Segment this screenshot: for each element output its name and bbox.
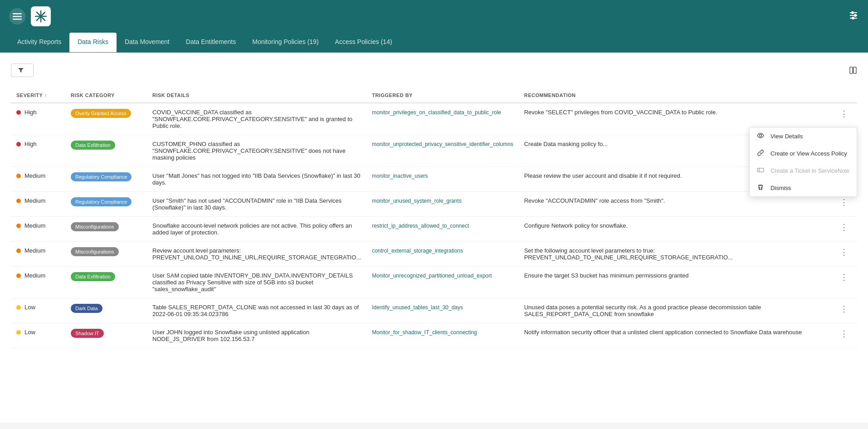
- col-header-actions: [831, 88, 857, 103]
- nav-item-data-entitlements[interactable]: Data Entitlements: [178, 33, 244, 52]
- action-menu-button[interactable]: ⋮: [836, 221, 852, 234]
- dropdown-item-create-ticket: Create a Ticket in ServiceNow: [750, 162, 857, 179]
- risk-category-cell: Misconfigurations: [65, 217, 147, 242]
- risk-category-badge: Overly Granted Access: [71, 109, 131, 118]
- add-filter-button[interactable]: [11, 63, 34, 77]
- action-menu-button[interactable]: ⋮: [836, 302, 852, 315]
- severity-dot: [16, 249, 21, 253]
- triggered-by-link[interactable]: monitor_unprotected_privacy_sensitive_id…: [372, 141, 513, 147]
- action-menu-button[interactable]: ⋮: [836, 327, 852, 340]
- app-header: [0, 0, 868, 33]
- table-row: LowShadow ITUser JOHN logged into Snowfl…: [11, 323, 857, 348]
- svg-point-3: [39, 15, 42, 18]
- table-row: MediumMisconfigurationsSnowflake account…: [11, 217, 857, 242]
- severity-cell: Medium: [11, 192, 65, 217]
- triggered-by-link[interactable]: Identify_unused_tables_last_30_days: [372, 304, 463, 311]
- triggered-by-link[interactable]: monitor_privileges_on_classified_data_to…: [372, 109, 501, 116]
- risk-category-cell: Misconfigurations: [65, 242, 147, 267]
- triggered-by-cell: Monitor_unrecognized_partitioned_unload_…: [366, 267, 519, 298]
- risk-category-cell: Dark Data: [65, 298, 147, 323]
- svg-rect-1: [13, 16, 22, 17]
- dropdown-item-label: Create or View Access Policy: [770, 150, 847, 157]
- risk-category-badge: Misconfigurations: [71, 247, 119, 256]
- table-row: HighData ExfiltrationCUSTOMER_PHNO class…: [11, 135, 857, 167]
- actions-cell: ⋮: [831, 323, 857, 348]
- col-header-triggered_by: TRIGGERED BY: [366, 88, 519, 103]
- actions-cell: ⋮: [831, 267, 857, 298]
- dropdown-item-label: Create a Ticket in ServiceNow: [770, 167, 849, 174]
- table-row: MediumRegulatory ComplianceUser "Smith" …: [11, 192, 857, 217]
- table-row: LowDark DataTable SALES_REPORT_DATA_CLON…: [11, 298, 857, 323]
- svg-point-11: [854, 15, 856, 16]
- settings-icon[interactable]: [848, 10, 859, 23]
- severity-cell: Medium: [11, 242, 65, 267]
- triggered-by-link[interactable]: monitor_inactive_users: [372, 173, 428, 179]
- severity-cell: Low: [11, 323, 65, 348]
- severity-dot: [16, 224, 21, 228]
- dismiss-icon: [757, 184, 765, 192]
- nav-bar: Activity ReportsData RisksData MovementD…: [0, 33, 868, 53]
- severity-cell: Medium: [11, 217, 65, 242]
- dropdown-item-label: View Details: [770, 133, 803, 140]
- action-menu-button[interactable]: ⋮: [836, 107, 852, 120]
- svg-rect-16: [757, 168, 764, 172]
- actions-cell: ⋮: [831, 242, 857, 267]
- triggered-by-cell: monitor_privileges_on_classified_data_to…: [366, 103, 519, 135]
- nav-item-access-policies[interactable]: Access Policies (14): [327, 33, 400, 52]
- menu-button[interactable]: [9, 8, 25, 24]
- severity-cell: Low: [11, 298, 65, 323]
- triggered-by-link[interactable]: Monitor_unrecognized_partitioned_unload_…: [372, 273, 492, 279]
- action-menu-button[interactable]: ⋮: [836, 246, 852, 258]
- severity-label: Medium: [24, 272, 45, 279]
- risk-category-cell: Shadow IT: [65, 323, 147, 348]
- svg-rect-14: [853, 67, 856, 73]
- risk-details-cell: Table SALES_REPORT_DATA_CLONE was not ac…: [147, 298, 366, 323]
- triggered-by-link[interactable]: monitor_unused_system_role_grants: [372, 198, 461, 204]
- action-menu-button[interactable]: ⋮: [836, 196, 852, 209]
- action-menu-button[interactable]: ⋮: [836, 271, 852, 283]
- app-logo: [31, 6, 51, 26]
- triggered-by-link[interactable]: control_external_storage_integrations: [372, 248, 463, 254]
- manage-columns-button[interactable]: [846, 66, 857, 74]
- dropdown-item-create-access-policy[interactable]: Create or View Access Policy: [750, 145, 857, 162]
- risk-category-cell: Data Exfiltration: [65, 267, 147, 298]
- eye-icon: [757, 132, 765, 140]
- nav-item-monitoring-policies[interactable]: Monitoring Policies (19): [244, 33, 327, 52]
- severity-dot: [16, 110, 21, 115]
- risk-details-cell: CUSTOMER_PHNO classified as "SNOWFLAKE.C…: [147, 135, 366, 167]
- recommendation-cell: Unused data poses a potential security r…: [519, 298, 831, 323]
- triggered-by-cell: monitor_inactive_users: [366, 167, 519, 192]
- col-header-risk_category: RISK CATEGORY: [65, 88, 147, 103]
- risk-details-cell: Snowflake account-level network policies…: [147, 217, 366, 242]
- dropdown-item-view-details[interactable]: View Details: [750, 127, 857, 145]
- col-header-severity[interactable]: SEVERITY↑: [11, 88, 65, 103]
- svg-rect-0: [13, 13, 22, 15]
- table-row: HighOverly Granted AccessCOVID_VACCINE_D…: [11, 103, 857, 135]
- severity-dot: [16, 330, 21, 335]
- nav-item-data-risks[interactable]: Data Risks: [69, 33, 117, 52]
- risk-category-cell: Regulatory Compliance: [65, 192, 147, 217]
- risk-category-badge: Data Exfiltration: [71, 141, 115, 150]
- col-header-risk_details: RISK DETAILS: [147, 88, 366, 103]
- main-content: SEVERITY↑RISK CATEGORYRISK DETAILSTRIGGE…: [0, 53, 868, 423]
- risk-details-cell: COVID_VACCINE_DATA classified as "SNOWFL…: [147, 103, 366, 135]
- toolbar: [11, 60, 857, 81]
- risk-category-badge: Regulatory Compliance: [71, 197, 132, 206]
- severity-dot: [16, 305, 21, 310]
- recommendation-cell: Ensure the target S3 bucket has minimum …: [519, 267, 831, 298]
- svg-rect-13: [850, 67, 853, 73]
- nav-item-data-movement[interactable]: Data Movement: [117, 33, 178, 52]
- severity-label: Medium: [24, 247, 45, 254]
- svg-point-12: [852, 17, 854, 19]
- risk-category-cell: Overly Granted Access: [65, 103, 147, 135]
- dropdown-item-dismiss[interactable]: Dismiss: [750, 179, 857, 196]
- triggered-by-cell: Monitor_for_shadow_IT_clients_connecting: [366, 323, 519, 348]
- risk-details-cell: User SAM copied table INVENTORY_DB.INV_D…: [147, 267, 366, 298]
- triggered-by-cell: control_external_storage_integrations: [366, 242, 519, 267]
- risk-details-cell: User JOHN logged into Snowflake using un…: [147, 323, 366, 348]
- nav-item-activity-reports[interactable]: Activity Reports: [9, 33, 69, 52]
- triggered-by-link[interactable]: Monitor_for_shadow_IT_clients_connecting: [372, 329, 477, 336]
- triggered-by-link[interactable]: restrict_ip_address_allowed_to_connect: [372, 223, 469, 229]
- severity-label: Low: [24, 304, 35, 311]
- svg-point-10: [852, 12, 853, 14]
